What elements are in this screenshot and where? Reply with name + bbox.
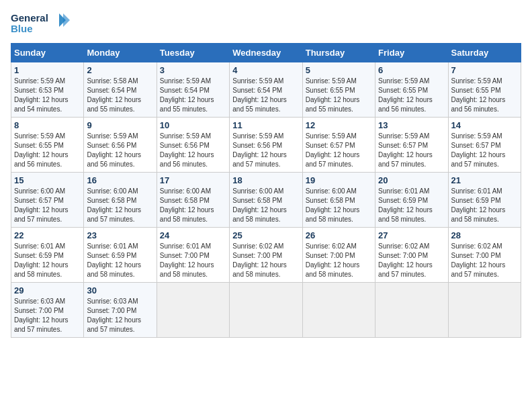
- weekday-header-wednesday: Wednesday: [230, 44, 302, 62]
- day-info: Sunrise: 6:01 AMSunset: 6:59 PMDaylight:…: [87, 242, 141, 278]
- day-number: 28: [451, 230, 518, 240]
- day-number: 1: [14, 65, 81, 75]
- calendar-day-10: 10Sunrise: 5:59 AMSunset: 6:56 PMDayligh…: [157, 118, 229, 173]
- calendar-day-17: 17Sunrise: 6:00 AMSunset: 6:58 PMDayligh…: [157, 173, 229, 228]
- calendar-day-7: 7Sunrise: 5:59 AMSunset: 6:55 PMDaylight…: [448, 62, 521, 118]
- day-info: Sunrise: 6:02 AMSunset: 7:00 PMDaylight:…: [306, 242, 360, 278]
- day-number: 21: [451, 175, 518, 185]
- weekday-header-saturday: Saturday: [448, 44, 521, 62]
- day-number: 29: [14, 285, 81, 295]
- day-info: Sunrise: 6:02 AMSunset: 7:00 PMDaylight:…: [378, 242, 433, 278]
- day-number: 23: [87, 230, 153, 240]
- day-number: 20: [378, 175, 445, 185]
- day-info: Sunrise: 5:59 AMSunset: 6:55 PMDaylight:…: [14, 132, 69, 168]
- day-number: 18: [232, 175, 299, 185]
- weekday-header-monday: Monday: [84, 44, 157, 62]
- calendar-day-15: 15Sunrise: 6:00 AMSunset: 6:57 PMDayligh…: [11, 173, 84, 228]
- calendar-day-30: 30Sunrise: 6:03 AMSunset: 7:00 PMDayligh…: [84, 283, 157, 338]
- calendar-day-9: 9Sunrise: 5:59 AMSunset: 6:56 PMDaylight…: [84, 118, 157, 173]
- empty-cell: [375, 283, 448, 338]
- calendar-day-29: 29Sunrise: 6:03 AMSunset: 7:00 PMDayligh…: [11, 283, 84, 338]
- day-info: Sunrise: 5:59 AMSunset: 6:55 PMDaylight:…: [378, 77, 433, 113]
- calendar-day-27: 27Sunrise: 6:02 AMSunset: 7:00 PMDayligh…: [375, 228, 448, 283]
- day-info: Sunrise: 6:00 AMSunset: 6:58 PMDaylight:…: [232, 187, 287, 223]
- calendar-day-13: 13Sunrise: 5:59 AMSunset: 6:57 PMDayligh…: [375, 118, 448, 173]
- day-info: Sunrise: 5:59 AMSunset: 6:57 PMDaylight:…: [306, 132, 360, 168]
- calendar-day-5: 5Sunrise: 5:59 AMSunset: 6:55 PMDaylight…: [302, 62, 375, 118]
- calendar-day-25: 25Sunrise: 6:02 AMSunset: 7:00 PMDayligh…: [230, 228, 302, 283]
- day-info: Sunrise: 5:59 AMSunset: 6:54 PMDaylight:…: [160, 77, 214, 113]
- day-info: Sunrise: 6:02 AMSunset: 7:00 PMDaylight:…: [451, 242, 506, 278]
- day-number: 14: [451, 120, 518, 130]
- empty-cell: [302, 283, 375, 338]
- day-info: Sunrise: 6:00 AMSunset: 6:58 PMDaylight:…: [160, 187, 214, 223]
- day-info: Sunrise: 5:59 AMSunset: 6:57 PMDaylight:…: [378, 132, 433, 168]
- day-info: Sunrise: 5:59 AMSunset: 6:55 PMDaylight:…: [306, 77, 360, 113]
- day-info: Sunrise: 6:02 AMSunset: 7:00 PMDaylight:…: [232, 242, 287, 278]
- day-info: Sunrise: 6:03 AMSunset: 7:00 PMDaylight:…: [87, 298, 141, 333]
- calendar-day-18: 18Sunrise: 6:00 AMSunset: 6:58 PMDayligh…: [230, 173, 302, 228]
- day-info: Sunrise: 6:03 AMSunset: 7:00 PMDaylight:…: [14, 298, 69, 333]
- calendar-day-28: 28Sunrise: 6:02 AMSunset: 7:00 PMDayligh…: [448, 228, 521, 283]
- day-info: Sunrise: 5:59 AMSunset: 6:56 PMDaylight:…: [160, 132, 214, 168]
- day-number: 4: [232, 65, 299, 75]
- day-number: 19: [306, 175, 372, 185]
- day-info: Sunrise: 5:59 AMSunset: 6:53 PMDaylight:…: [14, 77, 69, 113]
- day-number: 12: [306, 120, 372, 130]
- day-number: 7: [451, 65, 518, 75]
- day-info: Sunrise: 6:00 AMSunset: 6:57 PMDaylight:…: [14, 187, 69, 223]
- day-number: 26: [306, 230, 372, 240]
- empty-cell: [157, 283, 229, 338]
- day-number: 13: [378, 120, 445, 130]
- calendar-day-16: 16Sunrise: 6:00 AMSunset: 6:58 PMDayligh…: [84, 173, 157, 228]
- calendar-day-11: 11Sunrise: 5:59 AMSunset: 6:56 PMDayligh…: [230, 118, 302, 173]
- weekday-header-friday: Friday: [375, 44, 448, 62]
- empty-cell: [448, 283, 521, 338]
- day-number: 3: [160, 65, 226, 75]
- day-number: 2: [87, 65, 153, 75]
- calendar-day-1: 1Sunrise: 5:59 AMSunset: 6:53 PMDaylight…: [11, 62, 84, 118]
- day-number: 15: [14, 175, 81, 185]
- day-number: 5: [306, 65, 372, 75]
- calendar-day-21: 21Sunrise: 6:01 AMSunset: 6:59 PMDayligh…: [448, 173, 521, 228]
- day-info: Sunrise: 5:59 AMSunset: 6:54 PMDaylight:…: [232, 77, 287, 113]
- svg-text:Blue: Blue: [11, 23, 33, 34]
- empty-cell: [230, 283, 302, 338]
- day-number: 25: [232, 230, 299, 240]
- day-info: Sunrise: 5:59 AMSunset: 6:56 PMDaylight:…: [87, 132, 141, 168]
- day-info: Sunrise: 5:58 AMSunset: 6:54 PMDaylight:…: [87, 77, 141, 113]
- calendar-day-12: 12Sunrise: 5:59 AMSunset: 6:57 PMDayligh…: [302, 118, 375, 173]
- day-number: 17: [160, 175, 226, 185]
- day-number: 22: [14, 230, 81, 240]
- day-number: 10: [160, 120, 226, 130]
- day-number: 9: [87, 120, 153, 130]
- calendar-day-26: 26Sunrise: 6:02 AMSunset: 7:00 PMDayligh…: [302, 228, 375, 283]
- day-number: 27: [378, 230, 445, 240]
- day-number: 16: [87, 175, 153, 185]
- calendar-day-24: 24Sunrise: 6:01 AMSunset: 7:00 PMDayligh…: [157, 228, 229, 283]
- calendar-day-4: 4Sunrise: 5:59 AMSunset: 6:54 PMDaylight…: [230, 62, 302, 118]
- logo: General Blue: [11, 11, 71, 36]
- calendar-table: SundayMondayTuesdayWednesdayThursdayFrid…: [11, 43, 521, 338]
- weekday-header-tuesday: Tuesday: [157, 44, 229, 62]
- calendar-day-8: 8Sunrise: 5:59 AMSunset: 6:55 PMDaylight…: [11, 118, 84, 173]
- day-number: 8: [14, 120, 81, 130]
- day-info: Sunrise: 5:59 AMSunset: 6:56 PMDaylight:…: [232, 132, 287, 168]
- calendar-day-14: 14Sunrise: 5:59 AMSunset: 6:57 PMDayligh…: [448, 118, 521, 173]
- day-info: Sunrise: 5:59 AMSunset: 6:55 PMDaylight:…: [451, 77, 506, 113]
- day-number: 6: [378, 65, 445, 75]
- calendar-day-22: 22Sunrise: 6:01 AMSunset: 6:59 PMDayligh…: [11, 228, 84, 283]
- calendar-day-2: 2Sunrise: 5:58 AMSunset: 6:54 PMDaylight…: [84, 62, 157, 118]
- day-info: Sunrise: 6:01 AMSunset: 6:59 PMDaylight:…: [14, 242, 69, 278]
- day-info: Sunrise: 6:00 AMSunset: 6:58 PMDaylight:…: [306, 187, 360, 223]
- weekday-header-thursday: Thursday: [302, 44, 375, 62]
- calendar-day-6: 6Sunrise: 5:59 AMSunset: 6:55 PMDaylight…: [375, 62, 448, 118]
- svg-marker-3: [63, 13, 70, 27]
- day-info: Sunrise: 6:01 AMSunset: 6:59 PMDaylight:…: [378, 187, 433, 223]
- calendar-day-3: 3Sunrise: 5:59 AMSunset: 6:54 PMDaylight…: [157, 62, 229, 118]
- calendar-day-23: 23Sunrise: 6:01 AMSunset: 6:59 PMDayligh…: [84, 228, 157, 283]
- day-info: Sunrise: 6:00 AMSunset: 6:58 PMDaylight:…: [87, 187, 141, 223]
- calendar-day-19: 19Sunrise: 6:00 AMSunset: 6:58 PMDayligh…: [302, 173, 375, 228]
- calendar-day-20: 20Sunrise: 6:01 AMSunset: 6:59 PMDayligh…: [375, 173, 448, 228]
- day-info: Sunrise: 6:01 AMSunset: 6:59 PMDaylight:…: [451, 187, 506, 223]
